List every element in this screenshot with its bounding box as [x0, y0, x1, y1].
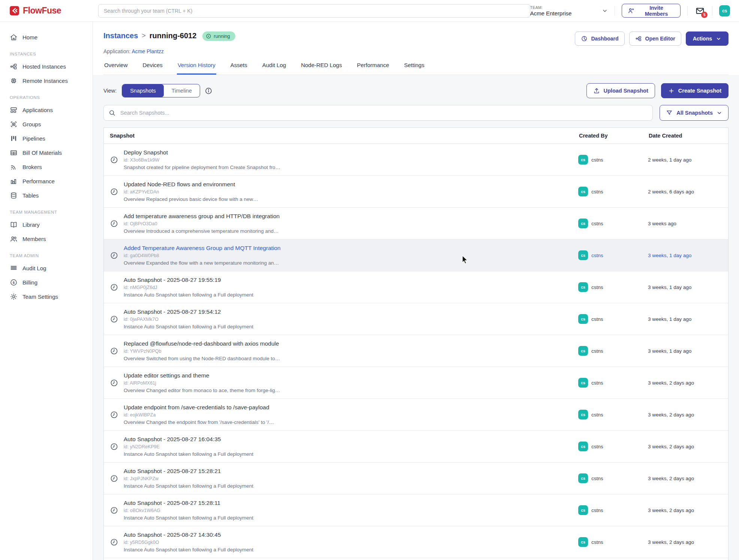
snapshots-toggle-button[interactable]: Snapshots — [122, 84, 164, 97]
snapshot-search-input[interactable] — [103, 105, 653, 121]
snapshot-title[interactable]: Auto Snapshot - 2025-08-27 14:30:45 — [124, 532, 253, 538]
sidebar-item-audit-log[interactable]: Audit Log — [0, 261, 93, 275]
tab[interactable]: Devices — [142, 62, 163, 75]
snapshot-id: id: y5RD5Ggk0O — [124, 540, 253, 545]
sidebar-item-hosted-instances[interactable]: Hosted Instances — [0, 59, 93, 73]
tab[interactable]: Overview — [103, 62, 129, 75]
info-icon[interactable] — [205, 87, 212, 95]
remote-instances-icon — [10, 77, 18, 85]
invite-members-label: Invite Members — [638, 5, 675, 17]
snapshot-id: id: aKZPYvEDAn — [124, 189, 258, 195]
sidebar-item-home[interactable]: Home — [0, 30, 93, 44]
view-toggle: Snapshots Timeline — [122, 84, 200, 97]
sidebar-item-applications[interactable]: Applications — [0, 103, 93, 117]
sidebar-item-label: Members — [22, 236, 46, 242]
table-row[interactable]: Auto Snapshot - 2025-08-27 15:28:11 id: … — [104, 494, 728, 526]
tab[interactable]: Assets — [230, 62, 248, 75]
snapshot-title[interactable]: Update endpoint from /save-credentials t… — [124, 404, 274, 411]
table-row[interactable]: Add temperature awareness group and HTTP… — [104, 208, 728, 240]
application-link[interactable]: Acme Plantzz — [132, 48, 164, 54]
user-avatar[interactable]: cs — [719, 5, 730, 16]
snapshot-title[interactable]: Auto Snapshot - 2025-08-27 16:04:35 — [124, 436, 253, 443]
tab[interactable]: Audit Log — [262, 62, 287, 75]
creator-name: cstns — [591, 508, 603, 513]
sidebar-item-bill-of-materials[interactable]: Bill Of Materials — [0, 145, 93, 160]
sidebar-item-brokers[interactable]: Brokers — [0, 160, 93, 174]
snapshot-title[interactable]: Auto Snapshot - 2025-08-27 19:54:12 — [124, 308, 253, 315]
snapshot-title[interactable]: Added Temperature Awareness Group and MQ… — [124, 245, 281, 252]
tab[interactable]: Settings — [403, 62, 425, 75]
application-row: Application: Acme Plantzz — [103, 48, 729, 54]
snapshot-title[interactable]: Updated Node-RED flows and environment — [124, 181, 258, 188]
main-panel: Instances > running-6012 running Dashboa… — [93, 22, 739, 560]
groups-icon — [10, 120, 18, 128]
editor-flow-icon — [635, 35, 642, 42]
tab[interactable]: Version History — [177, 62, 216, 75]
table-row[interactable]: Replaced @flowfuse/node-red-dashboard wi… — [104, 335, 728, 367]
sidebar-item-groups[interactable]: Groups — [0, 117, 93, 131]
sidebar-item-team-settings[interactable]: Team Settings — [0, 289, 93, 304]
snapshot-description: Overview Changed the endpoint flow from … — [124, 419, 274, 425]
create-snapshot-button[interactable]: Create Snapshot — [661, 83, 729, 98]
team-selector[interactable]: TEAM: Acme Enterprise — [530, 5, 608, 16]
sidebar-item-remote-instances[interactable]: Remote Instances — [0, 73, 93, 88]
tab[interactable]: Node-RED Logs — [300, 62, 343, 75]
chevron-down-icon — [602, 8, 608, 14]
creator-name: cstns — [591, 348, 603, 354]
snapshot-title[interactable]: Auto Snapshot - 2025-08-27 19:55:19 — [124, 277, 253, 283]
sidebar-item-library[interactable]: Library — [0, 217, 93, 232]
table-row[interactable]: Auto Snapshot - 2025-08-27 16:04:35 id: … — [104, 431, 728, 463]
chevron-down-icon — [717, 110, 722, 116]
tab[interactable]: Performance — [356, 62, 390, 75]
sidebar-item-members[interactable]: Members — [0, 232, 93, 246]
performance-icon — [10, 177, 18, 185]
table-row[interactable]: Auto Snapshot - 2025-08-27 15:28:21 id: … — [104, 463, 728, 494]
notifications-button[interactable]: 5 — [694, 5, 705, 16]
table-row[interactable]: Updated Node-RED flows and environment i… — [104, 176, 728, 208]
snapshot-filter-button[interactable]: All Snapshots — [660, 105, 729, 121]
brokers-icon — [10, 163, 18, 171]
dashboard-button[interactable]: Dashboard — [575, 31, 624, 46]
flowfuse-logo[interactable]: FlowFuse — [9, 6, 98, 16]
invite-members-button[interactable]: Invite Members — [622, 4, 681, 18]
snapshot-title[interactable]: Add temperature awareness group and HTTP… — [124, 213, 280, 220]
sidebar-item-pipelines[interactable]: Pipelines — [0, 131, 93, 145]
open-editor-button[interactable]: Open Editor — [629, 31, 681, 46]
creator-avatar: cs — [578, 346, 588, 356]
snapshot-title[interactable]: Update editor settings and theme — [124, 372, 280, 379]
app-window: FlowFuse TEAM: Acme Enterprise Invite Me… — [0, 0, 739, 560]
top-header: FlowFuse TEAM: Acme Enterprise Invite Me… — [0, 0, 739, 22]
table-row[interactable]: Update endpoint from /save-credentials t… — [104, 399, 728, 431]
timeline-toggle-button[interactable]: Timeline — [164, 84, 200, 97]
instance-tabs: Overview Devices Version History Assets … — [103, 62, 729, 75]
table-row[interactable]: Deploy Snapshot id: X3o6Bw1k9W Snapshot … — [104, 144, 728, 176]
clock-icon — [110, 283, 118, 292]
sidebar-item-label: Performance — [22, 178, 55, 184]
actions-button[interactable]: Actions — [686, 31, 729, 46]
table-row[interactable]: Auto Snapshot - 2025-08-27 14:30:45 id: … — [104, 526, 728, 558]
table-row[interactable]: Update editor settings and theme id: AlR… — [104, 367, 728, 399]
table-row[interactable]: Added Temperature Awareness Group and MQ… — [104, 240, 728, 271]
bill-of-materials-icon — [10, 149, 18, 157]
sidebar-section-instances: INSTANCES — [10, 52, 93, 56]
table-row[interactable]: Auto Snapshot - 2025-08-27 19:54:12 id: … — [104, 303, 728, 335]
snapshot-description: Overview Introduced a comprehensive temp… — [124, 228, 280, 234]
sidebar-item-label: Brokers — [22, 164, 42, 170]
logo-text: FlowFuse — [23, 6, 61, 16]
table-row[interactable]: Add HTTP endpoint for saving credentials… — [104, 558, 728, 560]
snapshot-title[interactable]: Deploy Snapshot — [124, 149, 280, 156]
creator-name: cstns — [591, 380, 603, 386]
snapshot-title[interactable]: Auto Snapshot - 2025-08-27 15:28:11 — [124, 500, 253, 506]
sidebar-item-tables[interactable]: Tables — [0, 188, 93, 202]
upload-snapshot-button[interactable]: Upload Snapshot — [586, 83, 655, 98]
creator-avatar: cs — [578, 219, 588, 228]
snapshot-title[interactable]: Auto Snapshot - 2025-08-27 15:28:21 — [124, 468, 253, 475]
sidebar-item-label: Pipelines — [22, 135, 45, 142]
clock-icon — [110, 219, 118, 228]
team-search-input[interactable] — [98, 4, 530, 18]
breadcrumb-instances-link[interactable]: Instances — [103, 31, 138, 40]
sidebar-item-performance[interactable]: Performance — [0, 174, 93, 188]
table-row[interactable]: Auto Snapshot - 2025-08-27 19:55:19 id: … — [104, 271, 728, 303]
snapshot-title[interactable]: Replaced @flowfuse/node-red-dashboard wi… — [124, 340, 280, 347]
sidebar-item-billing[interactable]: $ Billing — [0, 275, 93, 289]
